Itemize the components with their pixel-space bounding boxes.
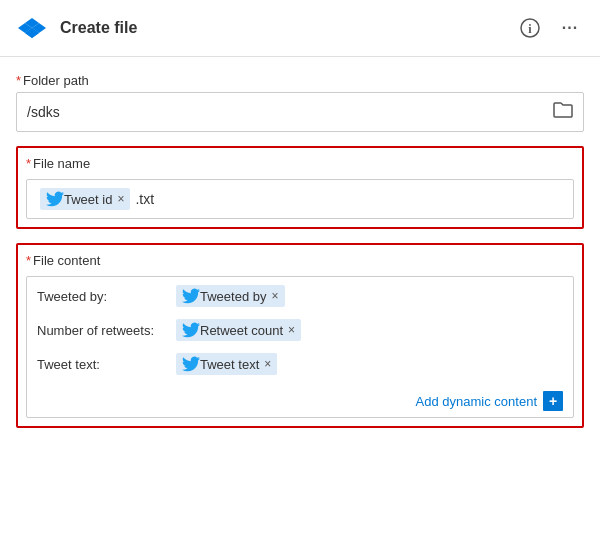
file-content-box: Tweeted by: Tweeted by × Number of retwe… [26, 276, 574, 418]
file-suffix: .txt [135, 191, 154, 207]
twitter-icon-tweeted-by [182, 287, 200, 305]
twitter-icon-retweet [182, 321, 200, 339]
tweeted-by-label: Tweeted by: [37, 289, 167, 304]
tweeted-by-token-close[interactable]: × [272, 290, 279, 302]
header: Create file i ··· [0, 0, 600, 57]
create-file-window: Create file i ··· *Folder path /sdks [0, 0, 600, 540]
tweet-id-token-label: Tweet id [64, 192, 112, 207]
file-name-group: *File name Tweet id × .txt [16, 146, 584, 229]
tweeted-by-token[interactable]: Tweeted by × [176, 285, 285, 307]
retweet-count-label: Number of retweets: [37, 323, 167, 338]
folder-path-input[interactable]: /sdks [16, 92, 584, 132]
file-name-input[interactable]: Tweet id × .txt [26, 179, 574, 219]
tweet-text-token[interactable]: Tweet text × [176, 353, 277, 375]
header-actions: i ··· [516, 14, 584, 42]
tweeted-by-token-label: Tweeted by [200, 289, 267, 304]
folder-path-group: *Folder path /sdks [16, 73, 584, 132]
folder-path-value: /sdks [27, 104, 60, 120]
file-name-label: *File name [26, 156, 574, 171]
main-content: *Folder path /sdks *File name [0, 57, 600, 540]
tweet-text-token-label: Tweet text [200, 357, 259, 372]
page-title: Create file [60, 19, 516, 37]
tweet-id-token[interactable]: Tweet id × [40, 188, 130, 210]
file-content-rows: Tweeted by: Tweeted by × Number of retwe… [27, 277, 573, 383]
retweet-count-row: Number of retweets: Retweet count × [37, 319, 563, 341]
add-dynamic-content-link[interactable]: Add dynamic content [416, 394, 537, 409]
tweet-text-row: Tweet text: Tweet text × [37, 353, 563, 375]
required-asterisk-2: * [26, 156, 31, 171]
retweet-count-token[interactable]: Retweet count × [176, 319, 301, 341]
twitter-icon [46, 190, 64, 208]
folder-path-label: *Folder path [16, 73, 584, 88]
retweet-count-token-close[interactable]: × [288, 324, 295, 336]
tweet-id-token-close[interactable]: × [117, 193, 124, 205]
retweet-count-token-label: Retweet count [200, 323, 283, 338]
required-asterisk-3: * [26, 253, 31, 268]
twitter-icon-tweet-text [182, 355, 200, 373]
svg-text:i: i [528, 22, 532, 36]
file-content-label: *File content [26, 253, 574, 268]
tweet-text-token-close[interactable]: × [264, 358, 271, 370]
info-button[interactable]: i [516, 14, 544, 42]
folder-icon [553, 101, 573, 123]
add-dynamic-icon[interactable]: + [543, 391, 563, 411]
tweet-text-label: Tweet text: [37, 357, 167, 372]
add-dynamic-row: Add dynamic content + [27, 383, 573, 417]
required-asterisk: * [16, 73, 21, 88]
file-content-group: *File content Tweeted by: Tweeted by × [16, 243, 584, 428]
tweeted-by-row: Tweeted by: Tweeted by × [37, 285, 563, 307]
dropbox-logo [16, 12, 48, 44]
more-options-button[interactable]: ··· [556, 14, 584, 42]
